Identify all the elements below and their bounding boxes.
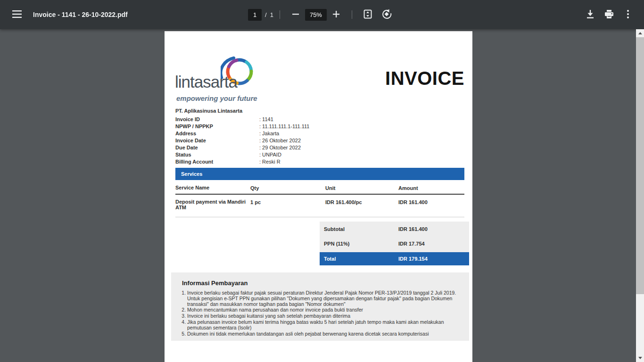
payment-info-title: Informasi Pembayaran	[182, 280, 248, 287]
cell-service-name: Deposit payment via Mandiri ATM	[175, 199, 247, 210]
detail-row: Billing Account : Reski R	[175, 158, 309, 165]
download-button[interactable]	[581, 5, 600, 24]
cell-amount: IDR 161.400	[398, 199, 428, 205]
detail-label: Invoice ID	[175, 116, 259, 122]
detail-label: NPWP / NPPKP	[175, 123, 259, 129]
payment-info-item: Mohon mencantumkan nama perusahaan dan n…	[187, 307, 464, 313]
detail-value: : 11.111.111.1-111.111	[259, 123, 309, 129]
page-divider: /	[265, 11, 267, 18]
tax-value: IDR 17.754	[398, 241, 425, 247]
detail-row: Due Date : 29 Oktober 2022	[175, 144, 309, 151]
detail-value: : 1141	[259, 116, 273, 122]
column-header-unit: Unit	[325, 185, 335, 191]
column-header-amount: Amount	[398, 185, 418, 191]
plus-icon	[332, 10, 340, 19]
detail-value: : UNPAID	[259, 152, 281, 157]
grand-total-label: Total	[324, 256, 336, 262]
payment-info-item: Invoice ini berlaku sebagai kuitansi yan…	[187, 313, 464, 319]
table-row-divider	[175, 217, 464, 217]
download-icon	[586, 9, 594, 20]
grand-total-value: IDR 179.154	[398, 256, 428, 262]
detail-label: Status	[175, 152, 259, 157]
totals-panel: Subtotal IDR 161.400 PPN (11%) IDR 17.75…	[320, 222, 469, 265]
detail-row: Status : UNPAID	[175, 151, 309, 158]
rotate-button[interactable]	[377, 5, 396, 24]
cell-qty: 1 pc	[250, 199, 261, 205]
scrollbar-thumb[interactable]	[636, 37, 644, 294]
detail-label: Due Date	[175, 145, 259, 150]
toolbar-divider	[352, 10, 352, 19]
more-vert-icon	[627, 10, 629, 20]
detail-row: Invoice Date : 26 Oktober 2022	[175, 137, 309, 144]
detail-row: Address : Jakarta	[175, 130, 309, 137]
pdf-viewer-canvas: lintasarta empowering your future INVOIC…	[0, 29, 644, 362]
detail-value: : 29 Oktober 2022	[259, 145, 301, 150]
detail-label: Address	[175, 131, 259, 136]
zoom-out-button[interactable]	[286, 5, 305, 24]
column-header-service: Service Name	[175, 185, 247, 191]
rotate-counterclockwise-icon	[381, 9, 392, 21]
subtotal-row: Subtotal IDR 161.400	[320, 222, 469, 236]
services-section-header: Services	[175, 168, 464, 180]
payment-info-item: Jika pelunasan invoice belum kami terima…	[187, 320, 464, 331]
zoom-level-input[interactable]	[305, 9, 327, 21]
scroll-up-button[interactable]	[636, 29, 644, 37]
print-icon	[604, 9, 614, 20]
detail-value: : Jakarta	[259, 131, 279, 136]
grand-total-row: Total IDR 179.154	[320, 252, 469, 265]
minus-icon	[292, 10, 299, 19]
detail-label: Billing Account	[175, 159, 259, 165]
payment-info-panel: Informasi Pembayaran Invoice berlaku seb…	[171, 272, 469, 341]
cell-unit: IDR 161.400/pc	[325, 199, 362, 205]
brand-tagline: empowering your future	[176, 94, 257, 102]
detail-value: : 26 Oktober 2022	[259, 138, 301, 143]
detail-value: : Reski R	[259, 159, 281, 165]
payment-info-item: Dokumen ini tidak memerlukan tandatangan…	[187, 331, 464, 337]
more-options-button[interactable]	[619, 5, 637, 24]
scroll-up-icon	[638, 32, 642, 34]
detail-row: Invoice ID : 1141	[175, 115, 309, 123]
tax-label: PPN (11%)	[324, 241, 349, 247]
document-title: Invoice - 1141 - 26-10-2022.pdf	[33, 11, 128, 18]
subtotal-value: IDR 161.400	[398, 226, 428, 232]
detail-label: Invoice Date	[175, 138, 259, 143]
page-number-input[interactable]	[248, 9, 262, 21]
scroll-down-icon	[638, 357, 642, 359]
brand-name: lintasarta	[175, 73, 237, 91]
invoice-heading: INVOICE	[385, 68, 464, 89]
company-name: PT. Aplikasinusa Lintasarta	[175, 108, 242, 114]
pdf-toolbar: Invoice - 1141 - 26-10-2022.pdf / 1	[0, 0, 644, 29]
page-total: 1	[270, 11, 273, 18]
fit-to-page-icon	[363, 9, 372, 20]
hamburger-icon	[12, 10, 22, 19]
subtotal-label: Subtotal	[324, 226, 345, 232]
toolbar-divider	[280, 10, 280, 19]
detail-row: NPWP / NPPKP : 11.111.111.1-111.111	[175, 123, 309, 130]
zoom-in-button[interactable]	[327, 5, 346, 24]
column-header-qty: Qty	[250, 185, 259, 191]
tax-row: PPN (11%) IDR 17.754	[320, 236, 469, 251]
print-button[interactable]	[600, 5, 619, 24]
payment-info-item: Invoice berlaku sebagai faktur pajak ses…	[187, 290, 464, 307]
table-header-divider	[175, 194, 464, 195]
menu-button[interactable]	[8, 5, 26, 24]
pdf-page: lintasarta empowering your future INVOIC…	[165, 31, 472, 362]
scroll-down-button[interactable]	[636, 354, 644, 362]
fit-to-page-button[interactable]	[358, 5, 377, 24]
payment-info-list: Invoice berlaku sebagai faktur pajak ses…	[181, 290, 464, 337]
invoice-details: Invoice ID : 1141 NPWP / NPPKP : 11.111.…	[175, 115, 309, 165]
vertical-scrollbar[interactable]	[636, 29, 644, 362]
